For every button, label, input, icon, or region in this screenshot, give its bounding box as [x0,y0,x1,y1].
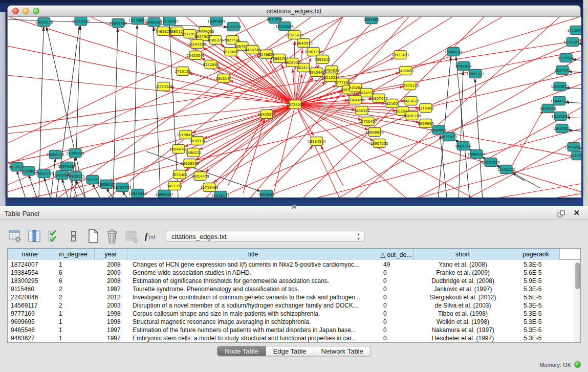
graph-node[interactable]: 9115460 [418,104,433,113]
new-table-icon[interactable] [85,228,101,245]
table-cell[interactable]: Structural magnetic resonance image aver… [127,318,379,326]
table-cell[interactable]: 0 [379,334,413,342]
table-cell[interactable]: 9699695 [8,318,52,326]
graph-node[interactable]: 6791914 [455,62,472,71]
graph-node[interactable]: 12213389 [155,82,173,91]
table-cell[interactable]: 2008 [95,260,127,269]
row-height-icon[interactable] [66,228,81,245]
graph-node[interactable]: 13942757 [35,169,53,178]
graph-node[interactable]: 2887682 [363,17,379,24]
graph-node[interactable]: 16495769 [403,112,421,120]
graph-edge[interactable] [417,181,581,198]
table-cell[interactable]: 19384554 [8,269,52,277]
graph-node[interactable]: 11007537 [482,158,500,167]
graph-edge[interactable] [264,125,581,198]
graph-node[interactable]: 9227343 [554,66,570,75]
graph-edge[interactable] [509,111,543,170]
table-cell[interactable]: 2003 [95,301,127,310]
graph-node[interactable]: 16091372 [466,70,485,78]
left-panel-divider[interactable] [0,12,6,206]
graph-node[interactable]: 12444154 [550,97,569,105]
graph-node[interactable]: 8933923 [441,133,456,141]
graph-node[interactable]: 15692931 [553,124,571,133]
column-header-name[interactable]: name [8,249,52,260]
graph-node[interactable]: 12216133 [211,191,230,198]
graph-edge[interactable] [8,17,295,104]
table-cell[interactable]: Embryonic stem cells: a model to study s… [127,334,379,342]
graph-node[interactable]: 8822037 [284,58,300,67]
table-cell[interactable]: 5.9E-5 [512,277,560,285]
function-builder-icon[interactable]: f (x) [143,228,159,245]
graph-node[interactable]: 7486322 [354,106,369,115]
tab-network-table[interactable]: Network Table [314,346,371,356]
table-cell[interactable]: 0 [379,301,413,310]
window-titlebar[interactable]: citations_edges.txt [8,6,580,17]
table-cell[interactable]: 2008 [95,277,127,285]
table-cell[interactable]: 0 [379,277,413,285]
graph-node[interactable]: 5875685 [223,48,238,56]
graph-node[interactable]: 17359928 [66,149,84,158]
table-cell[interactable]: Disruption of a novel member of a sodium… [127,301,379,310]
graph-node[interactable]: 7485063 [398,67,413,75]
right-panel-divider[interactable] [583,0,588,206]
graph-edge[interactable] [274,146,313,186]
table-row[interactable]: 1938455462009Genome-wide association stu… [8,269,574,277]
graph-node[interactable]: 18907250 [370,139,388,148]
graph-node[interactable]: 15720407 [359,117,377,126]
column-header-in_degree[interactable]: in_degree [52,249,95,260]
table-cell[interactable]: 22420046 [8,293,52,301]
table-cell[interactable]: Hescheler et al. (1997) [413,334,512,342]
graph-node[interactable]: 8186328 [207,36,223,45]
graph-node[interactable]: 10688609 [365,128,384,137]
table-cell[interactable]: Estimation of significance thresholds fo… [127,277,379,285]
network-table-select[interactable]: citations_edges.txt ▲▼ [166,231,364,242]
graph-edge[interactable] [154,27,161,198]
table-cell[interactable]: 9115460 [8,285,52,293]
table-cell[interactable]: Yano et al. (2008) [413,260,512,269]
table-cell[interactable]: 5.5E-5 [512,293,560,301]
graph-edge[interactable] [8,74,295,104]
graph-edge[interactable] [295,104,423,198]
table-row[interactable]: 1872400712008Changes of HCN gene express… [8,260,574,269]
graph-edge[interactable] [49,159,55,198]
table-cell[interactable]: 5.3E-5 [512,326,560,334]
table-cell[interactable]: Tourette syndrome. Phenomenology and cla… [127,285,379,293]
graph-node[interactable]: 1498222 [185,148,201,157]
table-cell[interactable]: 2012 [95,293,127,301]
column-header-out_de[interactable]: △ out_de... [379,249,413,260]
table-cell[interactable]: 1 [52,310,95,318]
table-cell[interactable]: Investigating the contribution of common… [127,293,379,301]
graph-node[interactable]: 11128334 [567,26,581,35]
graph-edge[interactable] [468,191,581,198]
graph-edge[interactable] [456,57,471,198]
graph-node[interactable]: 9699695 [418,119,433,128]
table-cell[interactable]: 18724007 [8,260,52,269]
table-cell[interactable]: Stergiakouli et al. (2012) [413,293,512,301]
table-cell[interactable]: Corpus callosum shape and size in male p… [127,310,379,318]
table-cell[interactable]: 2 [52,301,95,310]
column-header-year[interactable]: year [95,249,127,260]
table-cell[interactable]: 14569117 [8,301,52,310]
table-cell[interactable]: 1997 [95,285,127,293]
graph-node[interactable]: 15716485 [200,183,219,192]
table-cell[interactable]: Estimation of the future numbers of pati… [127,326,379,334]
graph-node[interactable]: 16914479 [191,172,209,181]
graph-node[interactable]: 10953807 [155,190,173,198]
table-cell[interactable]: 49 [379,260,413,269]
graph-node[interactable]: 16782753 [113,183,132,192]
delete-table-icon[interactable] [104,228,120,245]
table-cell[interactable]: 2 [52,293,95,301]
graph-node[interactable]: 16609348 [181,159,199,168]
graph-edge[interactable] [569,72,581,73]
graph-edge[interactable] [189,73,295,104]
graph-node[interactable]: 9463627 [403,97,419,105]
column-header-short[interactable]: short [413,249,512,260]
table-row[interactable]: 946554611997Estimation of the future num… [8,326,574,334]
table-row[interactable]: 911546021997Tourette syndrome. Phenomeno… [8,285,574,293]
table-cell[interactable]: 18300295 [8,277,52,285]
table-cell[interactable]: 1 [52,326,95,334]
graph-node[interactable]: 12975115 [401,81,419,90]
graph-node[interactable]: 18724007 [286,100,304,109]
table-cell[interactable]: 0 [379,293,413,301]
window-resize-grip[interactable] [572,188,579,195]
